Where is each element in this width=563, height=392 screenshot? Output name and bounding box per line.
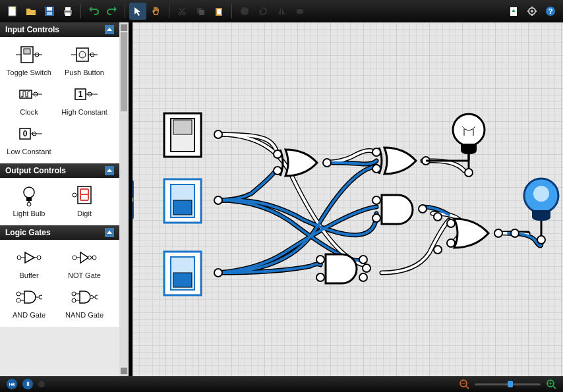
component-digit[interactable]: Digit [57, 182, 112, 221]
switch-1[interactable] [164, 113, 222, 157]
svg-text:0: 0 [23, 129, 28, 138]
svg-text:?: ? [548, 7, 553, 15]
svg-point-53 [24, 187, 34, 198]
svg-rect-12 [199, 10, 204, 15]
component-toggle-switch[interactable]: Toggle Switch [1, 41, 57, 80]
svg-line-110 [466, 386, 469, 389]
svg-marker-52 [107, 169, 112, 172]
separator [231, 4, 232, 18]
print-button[interactable] [59, 3, 76, 20]
settings-button[interactable] [523, 3, 541, 20]
svg-rect-59 [80, 194, 88, 195]
component-label: AND Gate [13, 311, 45, 319]
component-and-gate[interactable]: AND Gate [1, 283, 57, 323]
svg-rect-54 [26, 197, 32, 201]
panel-title: Output Controls [5, 166, 66, 175]
svg-rect-95 [173, 120, 192, 134]
svg-point-83 [39, 295, 42, 299]
save-button[interactable] [41, 3, 58, 20]
rotate-left-button[interactable] [254, 3, 272, 20]
component-low-constant[interactable]: 0Low Constant [1, 120, 57, 159]
component-push-button[interactable]: Push Button [57, 41, 112, 80]
input-controls-header[interactable]: Input Controls [0, 22, 119, 37]
cut-button[interactable] [173, 3, 191, 20]
paste-button[interactable] [210, 3, 227, 20]
undo-button[interactable] [85, 3, 102, 20]
collapse-icon[interactable] [105, 25, 114, 34]
zoom-out-button[interactable] [459, 379, 469, 389]
svg-point-79 [16, 298, 20, 302]
separator [125, 4, 125, 18]
logic-gates-header[interactable]: Logic Gates [0, 225, 119, 240]
copy-button[interactable] [192, 3, 209, 20]
component-not-gate[interactable]: NOT Gate [57, 244, 112, 283]
switch-2[interactable] [164, 179, 222, 223]
sidebar-scrollbar[interactable] [119, 22, 129, 376]
component-light-bulb[interactable]: Light Bulb [1, 182, 57, 221]
component-label: Push Button [65, 69, 104, 76]
svg-text:1: 1 [78, 90, 83, 99]
svg-rect-62 [88, 189, 89, 194]
help-button[interactable]: ? [542, 3, 559, 20]
toolbar: ? [0, 0, 563, 22]
svg-point-71 [37, 256, 41, 260]
shape-rounded-button[interactable] [291, 3, 309, 20]
pointer-tool[interactable] [129, 3, 146, 20]
component-label: NAND Gate [65, 311, 104, 319]
component-label: Low Constant [7, 148, 51, 155]
svg-point-78 [16, 292, 20, 296]
svg-rect-6 [65, 7, 71, 11]
collapse-icon[interactable] [105, 228, 114, 237]
zoom-slider[interactable] [475, 383, 541, 385]
flip-button[interactable] [273, 3, 290, 20]
svg-line-113 [553, 386, 556, 389]
zoom-in-button[interactable] [546, 379, 556, 389]
and-gate-2[interactable] [316, 254, 370, 283]
separator [169, 4, 169, 18]
sidebar: Input Controls Toggle Switch Push Button… [0, 22, 119, 376]
scroll-up-icon[interactable] [121, 24, 127, 31]
component-label: NOT Gate [68, 271, 101, 279]
scroll-thumb[interactable] [121, 32, 127, 111]
component-label: Toggle Switch [7, 69, 51, 76]
switch-3[interactable] [164, 252, 222, 295]
circuit-diagram[interactable] [133, 22, 563, 376]
svg-point-104 [453, 114, 485, 146]
pause-button[interactable]: ⏸ [22, 379, 33, 389]
component-buffer[interactable]: Buffer [1, 244, 57, 283]
svg-point-107 [533, 186, 549, 202]
svg-point-15 [241, 7, 249, 15]
scroll-down-icon[interactable] [121, 368, 127, 374]
output-controls-header[interactable]: Output Controls [0, 163, 119, 178]
svg-rect-61 [80, 189, 81, 194]
svg-point-23 [531, 10, 533, 13]
zoom-thumb[interactable] [508, 381, 513, 387]
component-label: Light Bulb [13, 210, 45, 217]
canvas[interactable]: ◀ [133, 22, 563, 376]
panel-title: Input Controls [5, 25, 59, 34]
status-indicator [38, 381, 45, 387]
svg-marker-30 [107, 28, 112, 31]
pan-tool[interactable] [148, 3, 165, 20]
svg-point-77 [92, 256, 96, 260]
svg-point-56 [27, 202, 31, 206]
export-button[interactable] [505, 3, 522, 20]
component-high-constant[interactable]: 1High Constant [57, 80, 112, 120]
component-label: Digit [77, 210, 92, 217]
open-file-button[interactable] [22, 3, 40, 20]
step-back-button[interactable]: ⏮ [7, 379, 17, 389]
shape-circle-button[interactable] [236, 3, 253, 20]
component-clock[interactable]: Clock [1, 80, 57, 120]
redo-button[interactable] [104, 3, 121, 20]
and-gate-1[interactable] [372, 195, 427, 224]
svg-rect-101 [173, 273, 192, 287]
bottom-bar: ⏮ ⏸ [0, 376, 563, 392]
svg-rect-19 [297, 9, 303, 14]
xor-gate-1[interactable] [274, 150, 331, 176]
new-file-button[interactable] [4, 3, 21, 20]
svg-marker-66 [107, 231, 112, 234]
collapse-icon[interactable] [105, 166, 114, 175]
main: Input Controls Toggle Switch Push Button… [0, 22, 563, 376]
component-nand-gate[interactable]: NAND Gate [57, 283, 112, 323]
svg-point-75 [88, 256, 92, 260]
